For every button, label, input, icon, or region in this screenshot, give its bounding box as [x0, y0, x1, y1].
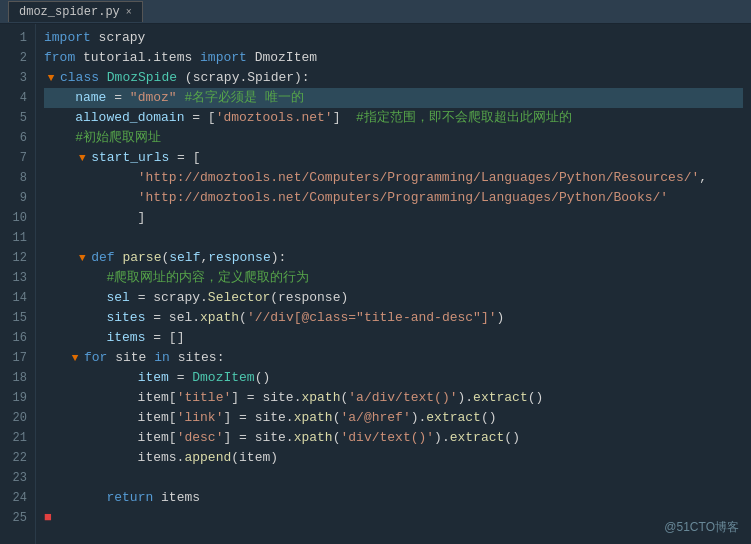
line-num-5: 5 — [0, 108, 27, 128]
line-num-18: 18 — [0, 368, 27, 388]
collapse-icon-for[interactable]: ▼ — [68, 348, 82, 368]
code-line-22: items.append(item) — [44, 448, 743, 468]
code-line-10: ] — [44, 208, 743, 228]
line-num-4: 4 — [0, 88, 27, 108]
line-num-19: 19 — [0, 388, 27, 408]
code-line-15: sites = sel.xpath('//div[@class="title-a… — [44, 308, 743, 328]
collapse-icon-urls[interactable]: ▼ — [75, 148, 89, 168]
line-num-21: 21 — [0, 428, 27, 448]
tab-label: dmoz_spider.py — [19, 5, 120, 19]
line-num-23: 23 — [0, 468, 27, 488]
code-line-8: 'http://dmoztools.net/Computers/Programm… — [44, 168, 743, 188]
line-num-11: 11 — [0, 228, 27, 248]
line-num-10: 10 — [0, 208, 27, 228]
line-num-8: 8 — [0, 168, 27, 188]
code-content[interactable]: import scrapy from tutorial.items import… — [36, 24, 751, 544]
collapse-icon-class[interactable]: ▼ — [44, 68, 58, 88]
line-num-2: 2 — [0, 48, 27, 68]
watermark: @51CTO博客 — [664, 519, 739, 536]
code-line-21: item['desc'] = site.xpath('div/text()').… — [44, 428, 743, 448]
code-line-6: #初始爬取网址 — [44, 128, 743, 148]
line-num-13: 13 — [0, 268, 27, 288]
code-line-23 — [44, 468, 743, 488]
code-line-1: import scrapy — [44, 28, 743, 48]
code-line-19: item['title'] = site.xpath('a/div/text()… — [44, 388, 743, 408]
tab-close-icon[interactable]: × — [126, 7, 132, 18]
code-line-12: ▼def parse(self,response): — [44, 248, 743, 268]
line-num-17: 17 — [0, 348, 27, 368]
collapse-icon-def[interactable]: ▼ — [75, 248, 89, 268]
code-line-18: item = DmozItem() — [44, 368, 743, 388]
code-line-24: return items — [44, 488, 743, 508]
line-num-3: 3 — [0, 68, 27, 88]
code-line-20: item['link'] = site.xpath('a/@href').ext… — [44, 408, 743, 428]
line-num-15: 15 — [0, 308, 27, 328]
code-area: 1 2 3 4 5 6 7 8 9 10 11 12 13 14 15 16 1… — [0, 24, 751, 544]
line-num-1: 1 — [0, 28, 27, 48]
code-line-25: ■ — [44, 508, 743, 528]
code-line-5: allowed_domain = ['dmoztools.net'] #指定范围… — [44, 108, 743, 128]
line-numbers: 1 2 3 4 5 6 7 8 9 10 11 12 13 14 15 16 1… — [0, 24, 36, 544]
line-num-25: 25 — [0, 508, 27, 528]
file-tab[interactable]: dmoz_spider.py × — [8, 1, 143, 22]
code-line-2: from tutorial.items import DmozItem — [44, 48, 743, 68]
code-line-14: sel = scrapy.Selector(response) — [44, 288, 743, 308]
line-num-6: 6 — [0, 128, 27, 148]
code-line-11 — [44, 228, 743, 248]
code-line-7: ▼start_urls = [ — [44, 148, 743, 168]
line-num-14: 14 — [0, 288, 27, 308]
line-num-7: 7 — [0, 148, 27, 168]
title-bar: dmoz_spider.py × — [0, 0, 751, 24]
code-line-4: name = "dmoz" #名字必须是 唯一的 — [44, 88, 743, 108]
code-line-13: #爬取网址的内容，定义爬取的行为 — [44, 268, 743, 288]
code-line-9: 'http://dmoztools.net/Computers/Programm… — [44, 188, 743, 208]
code-line-3: ▼class DmozSpide (scrapy.Spider): — [44, 68, 743, 88]
line-num-16: 16 — [0, 328, 27, 348]
line-num-9: 9 — [0, 188, 27, 208]
line-num-20: 20 — [0, 408, 27, 428]
line-num-24: 24 — [0, 488, 27, 508]
code-line-17: ▼for site in sites: — [44, 348, 743, 368]
line-num-12: 12 — [0, 248, 27, 268]
code-line-16: items = [] — [44, 328, 743, 348]
line-num-22: 22 — [0, 448, 27, 468]
